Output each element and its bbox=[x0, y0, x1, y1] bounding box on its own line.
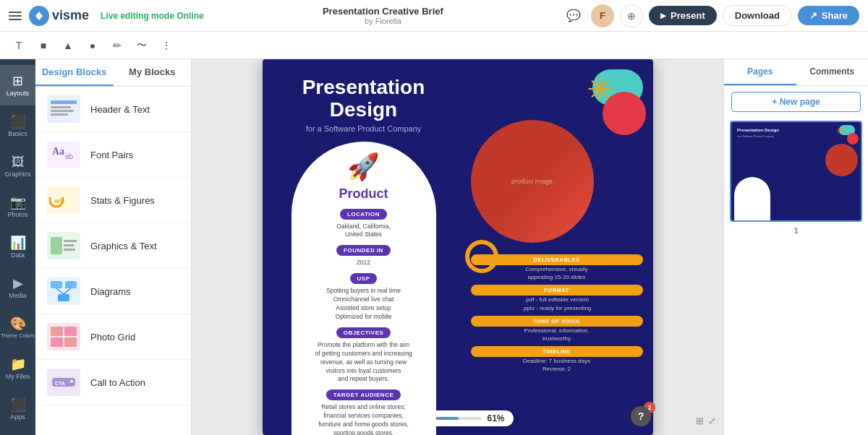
fit-view-btn[interactable]: ⤢ bbox=[708, 415, 716, 426]
svg-rect-8 bbox=[51, 237, 62, 254]
graphics-text-thumb bbox=[47, 232, 80, 259]
photos-icon: 📷 bbox=[10, 196, 26, 209]
stats-figures-thumb: 40% bbox=[47, 186, 80, 214]
basics-icon: ⬛ bbox=[10, 115, 26, 128]
svg-rect-10 bbox=[64, 244, 74, 246]
sidebar-item-basics[interactable]: ⬛ Basics bbox=[0, 105, 35, 146]
photos-label: Photos bbox=[7, 211, 27, 218]
sidebar-item-graphics[interactable]: 🖼 Graphics bbox=[0, 146, 35, 186]
svg-rect-12 bbox=[51, 281, 62, 288]
theme-colors-label: Theme Colors bbox=[1, 332, 35, 339]
arch-rocket-icon: 🚀 bbox=[347, 152, 380, 182]
slide-arch: 🚀 Product LOCATION Oakland, California,U… bbox=[292, 142, 436, 435]
logo: visme bbox=[29, 6, 89, 26]
sidebar-item-media[interactable]: ▶ Media bbox=[0, 267, 35, 308]
right-product-circle: product image bbox=[471, 120, 594, 243]
tab-pages[interactable]: Pages bbox=[724, 59, 796, 85]
slide-main-title: Presentation Design bbox=[277, 77, 451, 121]
diagrams-label: Diagrams bbox=[90, 286, 131, 297]
diagrams-thumb bbox=[47, 277, 80, 305]
tab-my-blocks[interactable]: My Blocks bbox=[114, 59, 192, 86]
pen-tool[interactable]: ✏ bbox=[107, 35, 127, 56]
panel-tabs: Design Blocks My Blocks bbox=[35, 59, 191, 87]
panel-item-header-text[interactable]: Header & Text bbox=[35, 87, 191, 132]
sidebar-item-photos[interactable]: 📷 Photos bbox=[0, 186, 35, 227]
sidebar-item-data[interactable]: 📊 Data bbox=[0, 227, 35, 267]
shape-square-tool[interactable]: ■ bbox=[33, 35, 54, 56]
stats-figures-label: Stats & Figures bbox=[90, 195, 155, 206]
hamburger-menu[interactable] bbox=[9, 9, 23, 23]
svg-rect-14 bbox=[58, 294, 69, 301]
sidebar-item-apps[interactable]: ⬛ Apps bbox=[0, 389, 35, 429]
text-tool[interactable]: T bbox=[9, 35, 29, 56]
logo-text: visme bbox=[52, 8, 89, 23]
badge-tone: TONE OF VOICE bbox=[471, 316, 643, 327]
logo-icon bbox=[29, 6, 49, 26]
badge-location: LOCATION bbox=[340, 209, 387, 220]
toolbar: T ■ ▲ ● ✏ 〜 ⋮ bbox=[0, 32, 868, 59]
badge-timeline: TIMELINE bbox=[471, 346, 643, 357]
panel-item-graphics-text[interactable]: Graphics & Text bbox=[35, 223, 191, 269]
present-button[interactable]: Present bbox=[649, 6, 717, 25]
new-page-button[interactable]: + New page bbox=[731, 92, 861, 112]
panel-list: Header & Text Aaab Font Pairs 40% Stats … bbox=[35, 87, 191, 435]
grid-view-btn[interactable]: ⊞ bbox=[696, 415, 704, 426]
shape-circle-tool[interactable]: ● bbox=[82, 35, 103, 56]
text-tone: Professional, informative,trustworthy bbox=[471, 327, 643, 343]
text-target: Retail stores and online stores;financia… bbox=[318, 403, 409, 435]
photo-grid-thumb bbox=[47, 323, 80, 350]
format-section: FORMAT .pdf - full editable version.pptx… bbox=[471, 285, 643, 311]
panel-item-call-to-action[interactable]: CTA Call to Action bbox=[35, 360, 191, 405]
online-status: Online bbox=[176, 11, 203, 21]
panel-item-photo-grid[interactable]: Photo Grid bbox=[35, 314, 191, 360]
text-timeline: Deadline: 7 business daysReviews: 2 bbox=[471, 357, 643, 373]
text-location: Oakland, California,United States bbox=[336, 223, 391, 240]
tab-comments[interactable]: Comments bbox=[796, 59, 869, 85]
presentation-title: Presentation Creative Brief bbox=[323, 6, 443, 17]
panel-item-stats-figures[interactable]: 40% Stats & Figures bbox=[35, 178, 191, 223]
data-icon: 📊 bbox=[10, 236, 26, 249]
more-tools[interactable]: ⋮ bbox=[156, 35, 176, 56]
badge-objectives: OBJECTIVES bbox=[336, 327, 391, 338]
shape-triangle-tool[interactable]: ▲ bbox=[58, 35, 78, 56]
sidebar-item-layouts[interactable]: ⊞ Layouts bbox=[0, 65, 35, 105]
svg-rect-0 bbox=[51, 100, 77, 104]
right-tabs: Pages Comments bbox=[724, 59, 868, 86]
share-button[interactable]: ↗ Share bbox=[798, 6, 859, 25]
avatar-button[interactable]: F bbox=[591, 4, 614, 27]
call-to-action-label: Call to Action bbox=[90, 377, 145, 388]
badge-format: FORMAT bbox=[471, 285, 643, 296]
badge-target: TARGET AUDIENCE bbox=[326, 389, 401, 400]
text-usp: Spotting buyers in real timeOmnichannel … bbox=[326, 287, 401, 322]
svg-rect-9 bbox=[64, 240, 77, 242]
panel-item-font-pairs[interactable]: Aaab Font Pairs bbox=[35, 132, 191, 178]
main-content: ⊞ Layouts ⬛ Basics 🖼 Graphics 📷 Photos 📊… bbox=[0, 59, 868, 435]
tab-design-blocks[interactable]: Design Blocks bbox=[35, 59, 114, 86]
topbar: visme Live editing mode Online Presentat… bbox=[0, 0, 868, 32]
svg-rect-20 bbox=[64, 337, 77, 347]
curve-tool[interactable]: 〜 bbox=[132, 35, 152, 56]
page-thumbnails: Presentation Design for a Software Produ… bbox=[724, 118, 868, 435]
theme-colors-icon: 🎨 bbox=[10, 317, 26, 330]
slide-main-subtitle: for a Software Product Company bbox=[306, 124, 422, 133]
sidebar-item-my-files[interactable]: 📁 My Files bbox=[0, 348, 35, 389]
svg-line-15 bbox=[56, 288, 64, 294]
apps-icon: ⬛ bbox=[10, 398, 26, 411]
svg-text:40%: 40% bbox=[54, 199, 65, 204]
svg-rect-3 bbox=[51, 113, 68, 116]
page-number-1: 1 bbox=[793, 226, 798, 235]
panel-item-diagrams[interactable]: Diagrams bbox=[35, 269, 191, 314]
sidebar-item-theme-colors[interactable]: 🎨 Theme Colors bbox=[0, 308, 35, 348]
right-sidebar: Pages Comments + New page Presentation D… bbox=[723, 59, 868, 435]
text-founded: 2012 bbox=[357, 259, 370, 267]
header-text-thumb bbox=[47, 95, 80, 123]
right-sections: DELIVERABLES Comprehensive, visuallyappe… bbox=[471, 254, 643, 374]
download-button[interactable]: Download bbox=[723, 5, 792, 26]
slide[interactable]: ✳ Presentation Design for a Software Pro… bbox=[263, 59, 653, 435]
basics-label: Basics bbox=[8, 130, 27, 137]
graphics-label: Graphics bbox=[4, 171, 30, 178]
presentation-subtitle: by Fiorella bbox=[365, 17, 401, 25]
page-thumbnail-1[interactable]: Presentation Design for a Software Produ… bbox=[730, 121, 862, 222]
cursor-button[interactable]: ⊕ bbox=[620, 4, 643, 27]
comment-icon-btn[interactable]: 💬 bbox=[562, 4, 585, 27]
